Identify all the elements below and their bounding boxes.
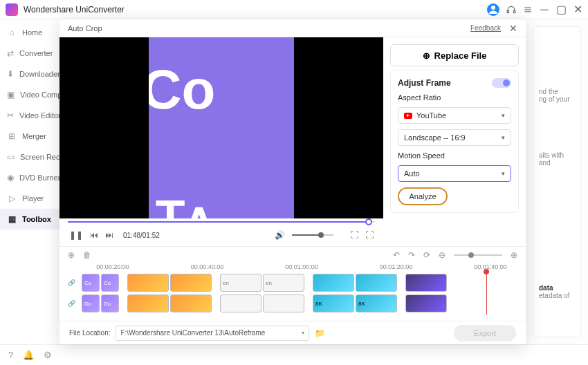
prev-button[interactable]: ⏮ <box>90 230 98 240</box>
file-location-label: File Location: <box>69 329 110 337</box>
clip[interactable] <box>220 294 261 312</box>
link-icon[interactable]: 🔗 <box>68 279 80 286</box>
zoom-in-icon[interactable]: ⊕ <box>511 250 517 260</box>
bell-icon[interactable]: 🔔 <box>23 350 34 360</box>
scissors-icon: ✂ <box>7 111 14 120</box>
zoom-slider[interactable] <box>454 254 502 256</box>
sidebar-item-player[interactable]: ▷Player <box>0 188 59 209</box>
sidebar-item-label: Downloader <box>19 70 59 78</box>
adjust-frame-toggle[interactable] <box>492 78 511 88</box>
motion-speed-select[interactable]: Auto ▾ <box>398 165 511 182</box>
close-window-icon[interactable]: ✕ <box>573 5 582 15</box>
headset-icon[interactable] <box>506 5 516 15</box>
adjust-frame-panel: Adjust Frame Aspect Ratio YouTube ▾ Land… <box>390 71 519 213</box>
minimize-icon[interactable]: ─ <box>540 5 549 15</box>
sidebar-item-label: Player <box>22 194 44 203</box>
clip[interactable]: Co <box>82 274 100 292</box>
refresh-icon[interactable]: ⟳ <box>423 250 430 260</box>
folder-icon[interactable]: 📁 <box>315 328 325 338</box>
clip[interactable]: 8K <box>356 294 397 312</box>
sidebar-item-toolbox[interactable]: ▦Toolbox <box>0 209 59 230</box>
chevron-down-icon: ▾ <box>502 134 505 141</box>
file-location-row: File Location: F:\Wondershare UniConvert… <box>59 321 526 344</box>
track-row: 🔗 Do Do 8K 8K <box>68 294 517 313</box>
preview-column: Co Tᴀ ❚❚ ⏮ ⏭ 01:48/01:52 🔊 ⛶ ⛶ <box>59 37 383 246</box>
time-ruler: 00:00:20:00 00:00:40:00 00:01:00:00 00:0… <box>68 263 517 273</box>
redo-icon[interactable]: ↷ <box>408 250 415 260</box>
clip[interactable]: Co <box>101 274 119 292</box>
clip[interactable] <box>127 274 169 292</box>
modal-title: Auto Crop <box>68 24 102 32</box>
footer: ? 🔔 ⚙ <box>0 344 588 365</box>
clip[interactable] <box>405 294 447 312</box>
clip[interactable] <box>356 274 397 292</box>
progress-slider[interactable] <box>68 220 375 224</box>
settings-panel: ⊕ Replace File Adjust Frame Aspect Ratio… <box>383 37 526 246</box>
feedback-link[interactable]: Feedback <box>470 24 501 32</box>
fullscreen-icon[interactable]: ⛶ <box>365 230 374 240</box>
sidebar-item-downloader[interactable]: ⬇Downloader <box>0 64 59 84</box>
analyze-button[interactable]: Analyze <box>398 187 448 205</box>
chevron-down-icon: ▾ <box>302 330 304 336</box>
delete-clip-icon[interactable]: 🗑 <box>83 250 91 260</box>
sidebar-item-dvd[interactable]: ◉DVD Burner <box>0 167 59 188</box>
sidebar-item-recorder[interactable]: ▭Screen Recorder <box>0 147 59 167</box>
clip[interactable] <box>127 294 169 312</box>
sidebar-item-converter[interactable]: ⇄Converter <box>0 43 59 64</box>
replace-file-button[interactable]: ⊕ Replace File <box>390 44 519 66</box>
help-icon[interactable]: ? <box>8 350 13 360</box>
link-icon[interactable]: 🔗 <box>68 300 80 307</box>
motion-speed-value: Auto <box>404 169 420 178</box>
sidebar-item-label: Video Compressor <box>20 91 59 99</box>
pause-button[interactable]: ❚❚ <box>69 230 83 240</box>
timeline[interactable]: 00:00:20:00 00:00:40:00 00:01:00:00 00:0… <box>59 263 526 321</box>
playhead[interactable] <box>486 273 487 315</box>
timeline-toolbar: ⊕ 🗑 ↶ ↷ ⟳ ⊖ ⊕ <box>59 247 526 263</box>
sidebar-item-label: DVD Burner <box>19 174 59 182</box>
replace-file-label: Replace File <box>434 50 487 61</box>
volume-icon[interactable]: 🔊 <box>275 230 285 240</box>
screen-icon: ▭ <box>7 152 15 162</box>
clip[interactable]: en <box>220 274 261 292</box>
next-button[interactable]: ⏭ <box>105 230 113 240</box>
clip[interactable] <box>313 274 354 292</box>
player-icon: ▷ <box>7 194 17 203</box>
snapshot-icon[interactable]: ⛶ <box>350 230 358 240</box>
sidebar-item-home[interactable]: ⌂Home <box>0 22 59 43</box>
clip[interactable] <box>263 294 304 312</box>
volume-slider[interactable] <box>292 234 333 236</box>
aspect-value: Landscape -- 16:9 <box>404 133 466 142</box>
compress-icon: ▣ <box>7 90 15 100</box>
auto-crop-modal: Auto Crop Feedback ✕ Co Tᴀ ❚❚ ⏮ ⏭ 01:48/… <box>59 19 526 344</box>
maximize-icon[interactable]: ▢ <box>556 5 566 15</box>
clip[interactable]: en <box>263 274 304 292</box>
aspect-value-select[interactable]: Landscape -- 16:9 ▾ <box>398 129 511 146</box>
user-icon[interactable] <box>487 3 499 16</box>
aspect-platform-select[interactable]: YouTube ▾ <box>398 107 511 124</box>
file-path-value: F:\Wondershare UniConverter 13\AutoRefra… <box>120 329 265 337</box>
menu-icon[interactable] <box>523 5 533 15</box>
sidebar-item-label: Home <box>22 28 42 37</box>
undo-icon[interactable]: ↶ <box>393 250 400 260</box>
clip[interactable] <box>170 274 212 292</box>
clip[interactable]: Do <box>82 294 100 312</box>
export-button: Export <box>454 325 516 341</box>
gear-icon[interactable]: ⚙ <box>44 350 52 360</box>
clip[interactable]: 8K <box>313 294 354 312</box>
export-label: Export <box>474 329 496 337</box>
clip[interactable] <box>405 274 447 292</box>
clip[interactable] <box>170 294 212 312</box>
sidebar-item-editor[interactable]: ✂Video Editor <box>0 105 59 126</box>
zoom-out-icon[interactable]: ⊖ <box>439 250 445 260</box>
file-path-select[interactable]: F:\Wondershare UniConverter 13\AutoRefra… <box>116 326 309 341</box>
disc-icon: ◉ <box>7 173 14 182</box>
playback-controls: ❚❚ ⏮ ⏭ 01:48/01:52 🔊 ⛶ ⛶ <box>59 224 383 246</box>
add-clip-icon[interactable]: ⊕ <box>68 250 75 260</box>
svg-rect-2 <box>514 10 515 13</box>
close-icon[interactable]: ✕ <box>509 23 517 34</box>
sidebar-item-merger[interactable]: ⊞Merger <box>0 126 59 147</box>
sidebar-item-compressor[interactable]: ▣Video Compressor <box>0 84 59 105</box>
video-preview[interactable]: Co Tᴀ <box>59 37 383 218</box>
adjust-frame-label: Adjust Frame <box>398 78 451 88</box>
clip[interactable]: Do <box>101 294 119 312</box>
